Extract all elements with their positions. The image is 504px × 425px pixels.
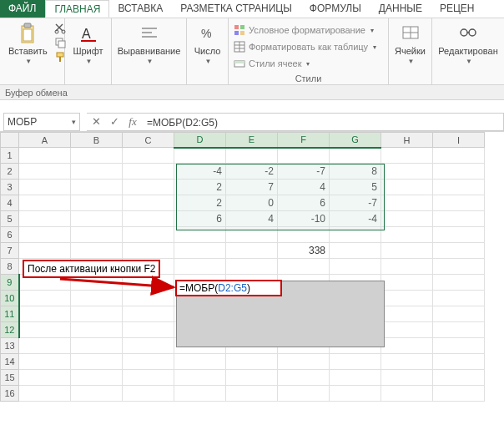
copy-icon[interactable] (54, 37, 66, 48)
find-icon (457, 23, 479, 44)
conditional-formatting-button[interactable]: Условное форматирование▾ (234, 24, 376, 36)
row-header-9[interactable]: 9 (1, 275, 19, 291)
cell-styles-label: Стили ячеек (249, 58, 301, 68)
row-header-4[interactable]: 4 (1, 195, 19, 211)
number-group[interactable]: % Число ▼ (191, 21, 224, 67)
col-header-D[interactable]: D (174, 133, 226, 148)
enter-formula-button[interactable]: ✓ (105, 113, 123, 131)
tab-review[interactable]: РЕЦЕН (431, 0, 484, 18)
svg-rect-1 (24, 23, 31, 28)
svg-rect-2 (23, 29, 32, 41)
col-header-B[interactable]: B (71, 133, 123, 148)
row-header-1[interactable]: 1 (1, 148, 19, 164)
clipboard-group-label: Буфер обмена (0, 85, 504, 100)
editing-label: Редактирован (438, 46, 498, 56)
row-header-7[interactable]: 7 (1, 243, 19, 259)
percent-icon: % (197, 23, 219, 44)
row-header-3[interactable]: 3 (1, 180, 19, 195)
svg-rect-17 (234, 31, 239, 35)
row-header-15[interactable]: 15 (1, 370, 19, 386)
svg-rect-7 (57, 53, 63, 57)
cells-icon (400, 23, 421, 44)
cells-group[interactable]: Ячейки ▼ (391, 21, 429, 67)
col-header-E[interactable]: E (226, 133, 278, 148)
table-icon (234, 41, 245, 53)
paste-label: Вставить (8, 46, 48, 56)
font-icon: A (78, 23, 99, 44)
font-label: Шрифт (73, 46, 103, 56)
row-header-14[interactable]: 14 (1, 354, 19, 370)
svg-rect-15 (234, 25, 239, 29)
row-header-8[interactable]: 8 (1, 259, 19, 275)
insert-function-button[interactable]: fx (123, 113, 142, 131)
col-header-I[interactable]: I (433, 133, 485, 148)
formula-bar-input[interactable]: =МОБР(D2:G5) (142, 113, 504, 131)
cancel-formula-button[interactable]: ✕ (87, 113, 105, 131)
ribbon: Вставить ▼ A Шрифт ▼ Выравнивание ▼ (0, 18, 504, 85)
svg-rect-18 (240, 31, 244, 35)
alignment-label: Выравнивание (118, 46, 181, 56)
row-header-10[interactable]: 10 (1, 291, 19, 306)
svg-text:A: A (82, 27, 91, 41)
styles-group-label: Стили (234, 72, 383, 84)
svg-rect-10 (81, 40, 96, 42)
row-header-2[interactable]: 2 (1, 164, 19, 180)
row-header-16[interactable]: 16 (1, 386, 19, 402)
cond-fmt-icon (234, 24, 245, 36)
tab-formulas[interactable]: ФОРМУЛЫ (301, 0, 370, 18)
tab-page-layout[interactable]: РАЗМЕТКА СТРАНИЦЫ (172, 0, 301, 18)
tab-file[interactable]: ФАЙЛ (0, 0, 45, 18)
chevron-down-icon: ▼ (147, 58, 154, 65)
col-header-F[interactable]: F (278, 133, 330, 148)
alignment-group[interactable]: Выравнивание ▼ (114, 21, 184, 67)
tab-data[interactable]: ДАННЫЕ (370, 0, 431, 18)
select-all-corner[interactable] (1, 133, 19, 148)
tab-insert[interactable]: ВСТАВКА (109, 0, 172, 18)
chevron-down-icon: ▼ (86, 58, 93, 65)
cells-label: Ячейки (395, 46, 426, 56)
svg-rect-6 (58, 41, 65, 48)
paste-button[interactable]: Вставить ▼ (5, 21, 51, 67)
fmt-table-label: Форматировать как таблицу (249, 42, 368, 52)
chevron-down-icon: ▼ (466, 58, 472, 65)
editing-group[interactable]: Редактирован ▼ (435, 21, 501, 67)
col-header-C[interactable]: C (123, 133, 174, 148)
chevron-down-icon: ▼ (408, 58, 415, 65)
chevron-down-icon: ▼ (25, 58, 32, 65)
row-header-12[interactable]: 12 (1, 322, 19, 338)
svg-rect-8 (59, 57, 61, 62)
name-box[interactable]: МОБР (3, 113, 80, 131)
col-header-H[interactable]: H (381, 133, 433, 148)
row-header-5[interactable]: 5 (1, 211, 19, 227)
spreadsheet-grid[interactable]: A B C D E F G H I 1 2-4-2-78 32745 4206-… (0, 132, 485, 402)
cond-fmt-label: Условное форматирование (249, 25, 365, 35)
col-header-G[interactable]: G (330, 133, 381, 148)
row-header-6[interactable]: 6 (1, 227, 19, 243)
cell-styles-button[interactable]: Стили ячеек▾ (234, 58, 376, 69)
row-header-11[interactable]: 11 (1, 306, 19, 322)
number-label: Число (194, 46, 221, 56)
tab-home[interactable]: ГЛАВНАЯ (45, 0, 109, 18)
font-group[interactable]: A Шрифт ▼ (69, 21, 106, 67)
chevron-down-icon: ▼ (205, 58, 212, 65)
svg-point-28 (461, 29, 467, 36)
svg-rect-16 (240, 25, 244, 29)
format-painter-icon[interactable] (54, 51, 66, 63)
svg-point-29 (469, 29, 476, 36)
svg-rect-24 (234, 61, 244, 63)
clipboard-icon (17, 23, 38, 44)
svg-text:%: % (201, 27, 211, 40)
cut-icon[interactable] (54, 23, 66, 34)
alignment-icon (139, 23, 160, 44)
row-header-13[interactable]: 13 (1, 338, 19, 354)
col-header-A[interactable]: A (19, 133, 71, 148)
format-as-table-button[interactable]: Форматировать как таблицу▾ (234, 41, 376, 53)
cell-styles-icon (234, 58, 245, 69)
